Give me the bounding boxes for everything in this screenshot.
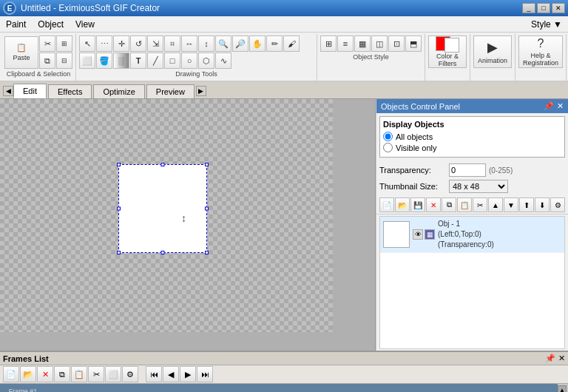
handle-tl	[117, 163, 121, 166]
tab-next[interactable]: ▶	[196, 86, 206, 96]
line-button[interactable]: ╱	[147, 53, 163, 69]
tab-edit[interactable]: Edit	[13, 84, 47, 98]
animation-button[interactable]: ▶ Animation	[473, 36, 512, 68]
help-button[interactable]: ? Help &Registration	[518, 36, 563, 68]
tab-preview[interactable]: Preview	[146, 84, 195, 98]
style-button[interactable]: Style ▼	[525, 18, 568, 31]
obj-add-button[interactable]: 📄	[379, 197, 394, 212]
resize-tool-button[interactable]: ⇲	[147, 36, 163, 52]
obj-position: (Left:0,Top:0)	[438, 229, 494, 240]
ellipse-button[interactable]: ○	[181, 53, 197, 69]
animation-label: Animation	[478, 57, 507, 64]
frame-item-1[interactable]: Frame #1 ⏱ 0.20 sec	[3, 387, 43, 392]
text-button[interactable]: T	[130, 53, 146, 69]
frames-toolbar: 📄 📂 ✕ ⧉ 📋 ✂ ⬜ ⚙ ⏮ ◀ ▶ ⏭	[0, 365, 568, 384]
frame-cut-button[interactable]: ✂	[88, 366, 104, 382]
gradient-button[interactable]: ░	[113, 53, 129, 69]
objstyle-buttons: ⊞ ≡ ▦ ◫ ⊡ ⬒	[320, 36, 422, 52]
obj-save-button[interactable]: 💾	[410, 197, 425, 212]
obj-style-3[interactable]: ▦	[354, 36, 371, 52]
zoom-in-button[interactable]: 🔍	[215, 36, 231, 52]
brush-button[interactable]: 🖌	[283, 36, 300, 52]
crop-tool-button[interactable]: ⌗	[164, 36, 180, 52]
obj-delete-button[interactable]: ✕	[426, 197, 441, 212]
maximize-button[interactable]: □	[537, 3, 550, 13]
tab-prev[interactable]: ◀	[3, 86, 13, 96]
frame-move-prev-button[interactable]: ◀	[163, 366, 179, 382]
handle-mr	[205, 206, 209, 210]
frame-open-button[interactable]: 📂	[20, 366, 36, 382]
menu-paint[interactable]: Paint	[0, 16, 32, 32]
lasso-tool-button[interactable]: ⋯	[96, 36, 112, 52]
frame-move-next-button[interactable]: ▶	[180, 366, 196, 382]
visible-only-radio[interactable]	[383, 143, 393, 152]
cut-button[interactable]: ✂	[39, 36, 55, 52]
frames-pin-button[interactable]: 📌	[545, 354, 555, 363]
obj-eye-icon[interactable]: 👁	[413, 229, 423, 240]
frame-blank-button[interactable]: ⬜	[105, 366, 121, 382]
obj-paste-button[interactable]: 📋	[457, 197, 472, 212]
frame-props-button[interactable]: ⚙	[122, 366, 138, 382]
obj-move-bottom-button[interactable]: ⬇	[535, 197, 550, 212]
visible-only-label: Visible only	[396, 143, 436, 152]
close-button[interactable]: ✕	[552, 3, 565, 13]
copy-button[interactable]: ⧉	[39, 53, 55, 69]
frame-paste-button[interactable]: 📋	[71, 366, 87, 382]
tab-optimize[interactable]: Optimize	[93, 84, 144, 98]
frames-content: Frame #1 ⏱ 0.20 sec ▲ ▼	[0, 384, 568, 392]
rotate-tool-button[interactable]: ↺	[130, 36, 146, 52]
object-item[interactable]: 👁 ▦ Obj - 1 (Left:0,Top:0) (Transparency…	[380, 217, 564, 253]
obj-open-button[interactable]: 📂	[395, 197, 410, 212]
polygon-button[interactable]: ⬡	[198, 53, 214, 69]
obj-move-top-button[interactable]: ⬆	[519, 197, 534, 212]
frames-scrollbar[interactable]: ▲ ▼	[558, 384, 568, 392]
toolbar: 📋 Paste ✂ ⧉ ⊞ ⊟ Clipboard & Selection ↖ …	[0, 33, 568, 82]
menu-object[interactable]: Object	[32, 16, 70, 32]
pan-button[interactable]: ✋	[249, 36, 266, 52]
canvas-area[interactable]: ↕	[0, 99, 376, 351]
obj-style-6[interactable]: ⬒	[405, 36, 422, 52]
rect-button[interactable]: □	[164, 53, 180, 69]
select-all-button[interactable]: ⊞	[56, 36, 72, 52]
frame-move-last-button[interactable]: ⏭	[197, 366, 213, 382]
minimize-button[interactable]: _	[522, 3, 535, 13]
color-filters-button[interactable]: Color &Filters	[428, 36, 467, 68]
frame-new-button[interactable]: 📄	[3, 366, 19, 382]
scroll-up[interactable]: ▲	[558, 385, 567, 392]
eraser-button[interactable]: ⬜	[79, 53, 95, 69]
all-objects-radio[interactable]	[383, 132, 393, 141]
move-tool-button[interactable]: ✛	[113, 36, 129, 52]
paste-button[interactable]: 📋 Paste	[4, 36, 38, 69]
obj-style-5[interactable]: ⊡	[388, 36, 405, 52]
obj-style-2[interactable]: ≡	[337, 36, 354, 52]
obj-style-4[interactable]: ◫	[371, 36, 388, 52]
frame-delete-button[interactable]: ✕	[37, 366, 53, 382]
thumbnail-dropdown[interactable]: 48 x 48	[449, 180, 508, 193]
visible-only-option[interactable]: Visible only	[383, 143, 561, 152]
transparency-input[interactable]	[449, 163, 486, 177]
obj-settings-button[interactable]: ⚙	[550, 197, 565, 212]
menu-view[interactable]: View	[70, 16, 101, 32]
panel-close-button[interactable]: ✕	[557, 101, 564, 111]
fill-button[interactable]: 🪣	[96, 53, 112, 69]
deselect-button[interactable]: ⊟	[56, 53, 72, 69]
obj-cut-button[interactable]: ✂	[473, 197, 487, 212]
obj-copy-button[interactable]: ⧉	[442, 197, 456, 212]
panel-pin-button[interactable]: 📌	[544, 101, 554, 111]
pencil-button[interactable]: ✏	[266, 36, 283, 52]
obj-move-down-button[interactable]: ▼	[504, 197, 518, 212]
frame-copy-button[interactable]: ⧉	[54, 366, 70, 382]
frames-close-button[interactable]: ✕	[558, 354, 565, 363]
flip-v-button[interactable]: ↕	[198, 36, 214, 52]
obj-style-1[interactable]: ⊞	[320, 36, 337, 52]
flip-h-button[interactable]: ↔	[181, 36, 197, 52]
tab-effects[interactable]: Effects	[48, 84, 92, 98]
all-objects-label: All objects	[396, 132, 433, 141]
zoom-out-button[interactable]: 🔎	[232, 36, 248, 52]
obj-name: Obj - 1	[438, 219, 494, 229]
frame-move-first-button[interactable]: ⏮	[146, 366, 162, 382]
obj-move-up-button[interactable]: ▲	[488, 197, 503, 212]
all-objects-option[interactable]: All objects	[383, 132, 561, 141]
path-button[interactable]: ∿	[215, 53, 231, 69]
select-tool-button[interactable]: ↖	[79, 36, 95, 52]
